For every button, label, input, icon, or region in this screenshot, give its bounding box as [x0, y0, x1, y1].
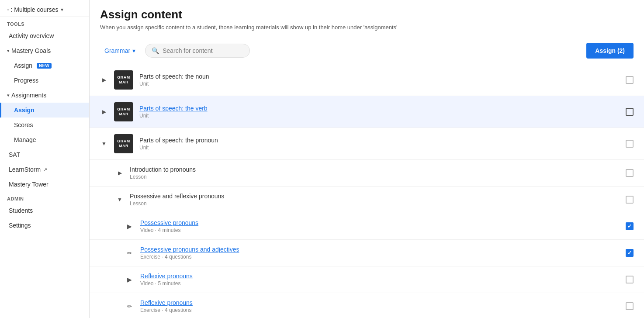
- content-thumbnail: GRAMMAR: [114, 134, 133, 153]
- row-checkbox[interactable]: [626, 249, 634, 257]
- sidebar-item-assign-mastery[interactable]: Assign NEW: [0, 58, 89, 73]
- grammar-filter-dropdown[interactable]: Grammar ▾: [100, 45, 140, 57]
- settings-label: Settings: [9, 222, 31, 229]
- activity-overview-label: Activity overview: [9, 32, 54, 39]
- content-info: Possessive pronouns and adjectives Exerc…: [140, 246, 620, 260]
- manage-label: Manage: [14, 136, 36, 143]
- content-title[interactable]: Parts of speech: the verb: [139, 105, 620, 112]
- students-label: Students: [9, 207, 33, 214]
- mastery-goals-label: Mastery Goals: [11, 47, 51, 54]
- row-checkbox[interactable]: [626, 222, 634, 230]
- content-title: Parts of speech: the pronoun: [139, 137, 620, 144]
- sat-label: SAT: [9, 151, 20, 158]
- external-link-icon: ↗: [43, 167, 47, 173]
- row-checkbox[interactable]: [626, 302, 634, 310]
- content-type: Unit: [139, 113, 620, 119]
- course-chevron-icon: ▾: [61, 7, 63, 13]
- table-row: ▶ Reflexive pronouns Video · 5 minutes: [90, 266, 644, 293]
- content-info: Reflexive pronouns Exercise · 4 question…: [140, 299, 620, 313]
- mastery-goals-chevron-icon: ▾: [7, 48, 10, 54]
- content-type: Video · 4 minutes: [140, 227, 620, 233]
- content-info: Parts of speech: the verb Unit: [139, 105, 620, 119]
- table-row: ▶ Introduction to pronouns Lesson: [90, 160, 644, 187]
- table-row: ▶ GRAMMAR Parts of speech: the verb Unit: [90, 96, 644, 128]
- content-info: Parts of speech: the pronoun Unit: [139, 137, 620, 151]
- tools-section-label: TOOLS: [0, 17, 89, 28]
- admin-section-label: ADMIN: [0, 192, 89, 203]
- content-info: Possessive pronouns Video · 4 minutes: [140, 219, 620, 233]
- assignments-label: Assignments: [11, 92, 46, 99]
- sidebar-item-sat[interactable]: SAT: [0, 147, 89, 162]
- row-expander[interactable]: ▶: [100, 77, 108, 83]
- grammar-chevron-icon: ▾: [132, 47, 135, 54]
- course-selector-label: - : Multiple courses: [7, 6, 58, 13]
- sidebar-item-scores[interactable]: Scores: [0, 118, 89, 132]
- row-checkbox[interactable]: [626, 108, 634, 116]
- play-icon: ▶: [125, 275, 134, 284]
- assign-mastery-label: Assign: [14, 62, 32, 69]
- progress-label: Progress: [14, 77, 38, 84]
- row-checkbox[interactable]: [626, 196, 634, 204]
- assign-label: Assign: [14, 107, 35, 114]
- sidebar-item-progress[interactable]: Progress: [0, 73, 89, 88]
- assignments-chevron-icon: ▾: [7, 93, 10, 98]
- content-info: Reflexive pronouns Video · 5 minutes: [140, 273, 620, 287]
- mastery-tower-label: Mastery Tower: [9, 181, 48, 188]
- content-type: Exercise · 4 questions: [140, 307, 620, 313]
- page-subtitle: When you assign specific content to a st…: [100, 24, 634, 31]
- content-type: Lesson: [130, 174, 620, 180]
- content-title[interactable]: Possessive pronouns and adjectives: [140, 246, 620, 253]
- row-checkbox[interactable]: [626, 140, 634, 148]
- content-info: Possessive and reflexive pronouns Lesson: [130, 193, 620, 207]
- sidebar-item-students[interactable]: Students: [0, 203, 89, 218]
- content-type: Video · 5 minutes: [140, 280, 620, 287]
- table-row: ✏ Reflexive pronouns Exercise · 4 questi…: [90, 293, 644, 318]
- content-info: Introduction to pronouns Lesson: [130, 166, 620, 180]
- table-row: ▶ GRAMMAR Parts of speech: the noun Unit: [90, 64, 644, 96]
- play-icon: ▶: [125, 221, 134, 231]
- toolbar: Grammar ▾ 🔍 Assign (2): [90, 38, 644, 64]
- row-checkbox[interactable]: [626, 276, 634, 283]
- learnstorm-label: LearnStorm: [9, 166, 41, 173]
- sidebar-item-settings[interactable]: Settings: [0, 218, 89, 233]
- content-type: Unit: [139, 81, 620, 87]
- page-header: Assign content When you assign specific …: [90, 0, 644, 38]
- assign-button[interactable]: Assign (2): [586, 43, 634, 59]
- sidebar-item-activity-overview[interactable]: Activity overview: [0, 28, 89, 43]
- sidebar-group-assignments[interactable]: ▾ Assignments: [0, 88, 89, 103]
- sidebar-item-manage[interactable]: Manage: [0, 132, 89, 147]
- content-thumbnail: GRAMMAR: [114, 70, 133, 90]
- page-title: Assign content: [100, 8, 634, 21]
- search-input[interactable]: [163, 47, 243, 54]
- table-row: ✏ Possessive pronouns and adjectives Exe…: [90, 240, 644, 266]
- main-content: Assign content When you assign specific …: [90, 0, 644, 318]
- pencil-icon: ✏: [125, 248, 134, 258]
- sidebar-item-learnstorm[interactable]: LearnStorm ↗: [0, 162, 89, 177]
- content-title[interactable]: Reflexive pronouns: [140, 299, 620, 306]
- sidebar: - : Multiple courses ▾ TOOLS Activity ov…: [0, 0, 90, 318]
- content-info: Parts of speech: the noun Unit: [139, 73, 620, 87]
- search-icon: 🔍: [152, 47, 159, 54]
- row-checkbox[interactable]: [626, 169, 634, 177]
- row-expander[interactable]: ▶: [116, 170, 124, 176]
- sidebar-item-mastery-tower[interactable]: Mastery Tower: [0, 177, 89, 192]
- sidebar-group-mastery-goals[interactable]: ▾ Mastery Goals: [0, 43, 89, 58]
- pencil-icon: ✏: [125, 301, 134, 311]
- content-title[interactable]: Reflexive pronouns: [140, 273, 620, 280]
- table-row: ▼ GRAMMAR Parts of speech: the pronoun U…: [90, 128, 644, 160]
- content-title[interactable]: Possessive pronouns: [140, 219, 620, 226]
- content-title: Possessive and reflexive pronouns: [130, 193, 620, 200]
- search-box[interactable]: 🔍: [145, 44, 250, 58]
- table-row: ▶ Possessive pronouns Video · 4 minutes: [90, 213, 644, 240]
- row-expander[interactable]: ▼: [116, 197, 124, 203]
- row-expander[interactable]: ▶: [100, 109, 108, 115]
- row-expander[interactable]: ▼: [100, 141, 108, 147]
- content-list: ▶ GRAMMAR Parts of speech: the noun Unit…: [90, 64, 644, 318]
- content-thumbnail: GRAMMAR: [114, 102, 133, 121]
- table-row: ▼ Possessive and reflexive pronouns Less…: [90, 187, 644, 213]
- new-badge: NEW: [37, 63, 52, 69]
- sidebar-item-assign[interactable]: Assign: [0, 103, 89, 118]
- scores-label: Scores: [14, 121, 33, 128]
- course-selector[interactable]: - : Multiple courses ▾: [0, 0, 89, 17]
- row-checkbox[interactable]: [626, 76, 634, 84]
